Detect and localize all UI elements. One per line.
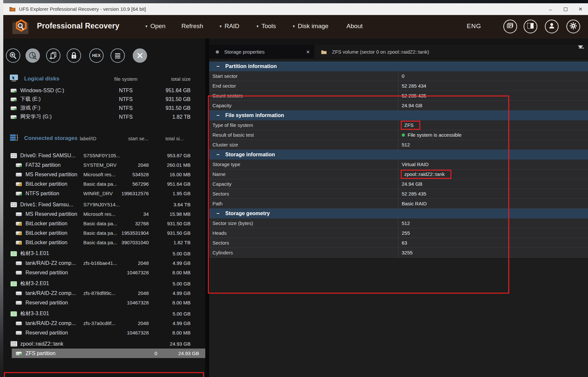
storage-start-sector: 10467328 <box>120 270 149 275</box>
partition-row[interactable]: MS Reserved partitionMicrosoft res...534… <box>3 170 205 179</box>
properties-list-button[interactable] <box>110 48 125 63</box>
partition-row[interactable]: BitLocker partitionBasic data pa...32768… <box>3 219 205 228</box>
partition-row[interactable]: Reserved partition104673288.00 MB <box>3 298 205 307</box>
storage-total-size: 15.98 MB <box>149 211 191 217</box>
storage-row[interactable]: Drive1: Fixed Samsu...S7Y9NJ0Y514...3.64… <box>3 200 205 209</box>
menu-item-refresh[interactable]: Refresh <box>181 23 203 30</box>
storage-name: tank/RAID-Z2 comp... <box>25 290 83 296</box>
menu-item-raid[interactable]: ▼RAID <box>219 23 239 30</box>
partition-icon <box>16 270 25 275</box>
menu-button-user[interactable] <box>545 20 559 33</box>
disk-copy-button[interactable] <box>46 48 60 63</box>
property-value: 24.94 GB <box>398 101 588 110</box>
logical-disk-row[interactable]: Windows-SSD (C:)NTFS951.64 GB <box>3 86 205 95</box>
encryption-button[interactable] <box>67 48 81 63</box>
partition-row[interactable]: BitLocker partitionBasic data pa...39070… <box>3 238 205 247</box>
storage-row[interactable]: 检材3-2.E015.00 GB <box>3 279 205 288</box>
storage-label-id: Basic data pa... <box>83 240 120 245</box>
partition-icon <box>16 331 25 335</box>
property-value: ZFS <box>398 120 588 130</box>
disk-name: 下载 (E:) <box>20 96 108 103</box>
storage-name: tank/RAID-Z2 comp... <box>25 260 83 266</box>
storage-label-id: zfs-37a0cd8f... <box>83 320 120 326</box>
storage-label-id: zfs-878df89c... <box>83 290 120 296</box>
property-value-text: 52 285 435 <box>402 93 426 98</box>
storage-row[interactable]: Drive0: Fixed SAMSU...S7S5NF0Y105...953.… <box>3 151 205 160</box>
property-label-text: Result of basic test <box>212 132 254 138</box>
property-value: 0 <box>398 71 588 81</box>
storage-total-size: 4.99 GB <box>149 290 191 296</box>
tab-close-icon[interactable]: ✕ <box>306 49 310 55</box>
logical-disk-row[interactable]: 下载 (E:)NTFS931.50 GB <box>3 95 205 104</box>
section-header-storage-information[interactable]: −Storage information <box>209 150 588 160</box>
storage-start-sector: 34 <box>120 211 149 217</box>
property-label-text: Sectors <box>212 191 229 197</box>
property-row: Capacity24.94 GB <box>209 101 588 111</box>
hex-viewer-button[interactable]: HEX <box>89 48 104 63</box>
menu-button-settings-gear[interactable] <box>566 20 580 33</box>
storage-name: BitLocker partition <box>25 221 83 227</box>
storage-name: NTFS partition <box>25 191 83 197</box>
storage-total-size: 3.64 TB <box>149 202 191 207</box>
menu-item-tools[interactable]: ▼Tools <box>256 23 276 30</box>
menu-item-label: Refresh <box>181 23 203 30</box>
storage-label-id: S7Y9NJ0Y514... <box>83 202 120 207</box>
minimize-button[interactable]: – <box>543 3 558 15</box>
disk-total-size: 931.50 GB <box>144 96 191 102</box>
property-value: 52 285 435 <box>398 91 588 100</box>
storage-start-sector: 1953531904 <box>120 230 149 236</box>
section-header-partition-information[interactable]: −Partition information <box>209 61 588 71</box>
raid-storage-icon <box>10 341 20 347</box>
disk-name: Windows-SSD (C:) <box>20 88 108 94</box>
storage-total-size: 24.93 GB <box>157 351 199 356</box>
storage-total-size: 8.00 MB <box>149 270 191 275</box>
close-x-icon <box>135 51 144 60</box>
partition-row[interactable]: tank/RAID-Z2 comp...zfs-37a0cd8f...20484… <box>3 318 205 328</box>
partition-row[interactable]: BitLocker partitionBasic data pa...56729… <box>3 179 205 189</box>
partition-row[interactable]: ZFS partition024.93 GB <box>12 349 205 358</box>
property-row: Namezpool::raidZ2::tank <box>209 169 588 179</box>
partition-row[interactable]: tank/RAID-Z2 comp...zfs-878df89c...20484… <box>3 288 205 298</box>
menu-item-disk-image[interactable]: ▼Disk image <box>292 23 328 30</box>
logical-disks-list: Windows-SSD (C:)NTFS951.64 GB下载 (E:)NTFS… <box>3 86 205 121</box>
menu-item-open[interactable]: ▼Open <box>145 23 165 30</box>
menu-item-about[interactable]: About <box>346 23 363 30</box>
section-title: File system information <box>225 112 284 118</box>
menu-button-layout-panels[interactable] <box>524 20 537 33</box>
storage-total-size: 951.64 GB <box>149 181 191 187</box>
storage-label-id: SYSTEM_DRV <box>83 162 120 168</box>
storage-name: MS Reserved partition <box>25 211 83 217</box>
storage-row[interactable]: zpool::raidZ2::tank24.93 GB <box>3 339 205 349</box>
storage-label-id: Basic data pa... <box>83 181 120 187</box>
partition-icon <box>16 212 25 216</box>
panel-divider[interactable] <box>205 39 209 377</box>
partition-row[interactable]: BitLocker partitionBasic data pa...19535… <box>3 228 205 238</box>
storage-row[interactable]: 检材3-1.E015.00 GB <box>3 249 205 258</box>
logical-disk-row[interactable]: 游戏 (F:)NTFS931.50 GB <box>3 104 205 112</box>
partition-row[interactable]: FAT32 partitionSYSTEM_DRV2048260.01 MB <box>3 160 205 170</box>
maximize-button[interactable] <box>558 3 573 15</box>
collapse-minus-icon: − <box>216 211 219 216</box>
storage-name: 检材3-3.E01 <box>20 310 83 317</box>
scan-storage-button[interactable] <box>6 48 20 63</box>
partition-row[interactable]: Reserved partition104673288.00 MB <box>3 268 205 277</box>
close-storage-button <box>133 48 147 63</box>
section-header-file-system-information[interactable]: −File system information <box>209 111 588 120</box>
partition-row[interactable]: MS Reserved partitionMicrosoft res...341… <box>3 209 205 219</box>
tab-list-dropdown-button[interactable] <box>578 48 585 54</box>
menu-item-label: Tools <box>261 23 276 30</box>
tab-zfs-volume-sector-0-on-zpool-raidz2-tank[interactable]: ZFS volume (sector 0 on zpool::raidZ2::t… <box>314 45 503 59</box>
logical-disk-row[interactable]: 网安学习 (G:)NTFS1.82 TB <box>3 112 205 121</box>
partition-row[interactable]: tank/RAID-Z2 comp...zfs-b16bae41...20484… <box>3 258 205 268</box>
close-button[interactable]: ✕ <box>573 3 588 15</box>
tab-storage-properties[interactable]: Storage properties✕ <box>209 45 314 59</box>
language-selector[interactable]: ENG <box>467 23 481 30</box>
storage-row[interactable]: 检材3-3.E015.00 GB <box>3 309 205 318</box>
property-label-text: Capacity <box>212 103 231 108</box>
menu-button-report[interactable] <box>503 20 517 33</box>
partition-row[interactable]: Reserved partition104673288.00 MB <box>3 328 205 337</box>
property-label: Cylinders <box>209 248 398 257</box>
partition-row[interactable]: NTFS partitionWINRE_DRV19963125761.95 GB <box>3 189 205 198</box>
property-value: zpool::raidZ2::tank <box>398 169 588 179</box>
section-header-storage-geometry[interactable]: −Storage geometry <box>209 209 588 218</box>
